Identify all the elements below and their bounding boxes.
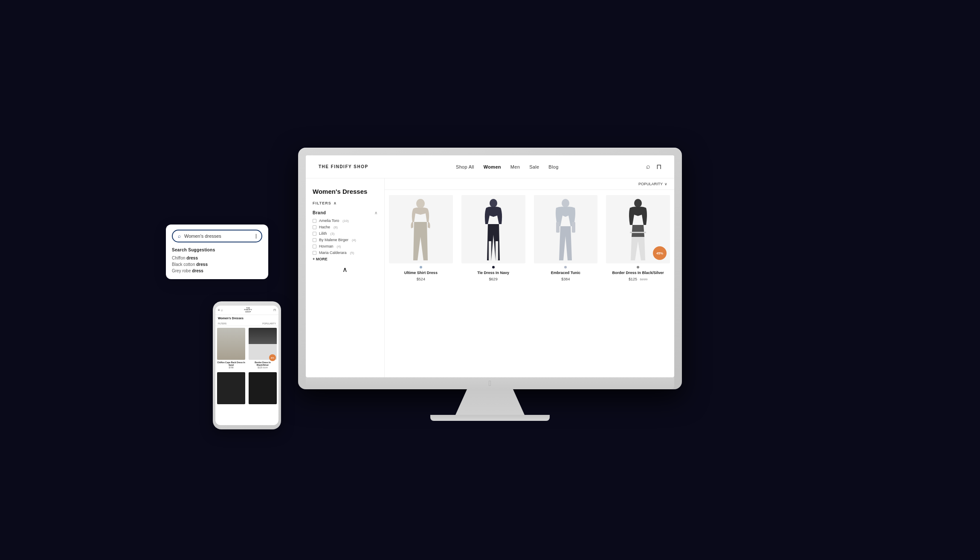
search-input-row[interactable]: ⌕ Women's dresses <box>172 230 262 242</box>
filter-label-hovman: Hovman <box>319 244 333 248</box>
product-card-1[interactable]: Ultime Shirt Dress $524 <box>385 190 457 286</box>
monitor-stand <box>452 389 528 415</box>
search-input[interactable]: Women's dresses <box>184 233 252 239</box>
monitor-screen: THE FINDIFY SHOP Shop All Women Men Sale… <box>306 155 674 377</box>
sort-dropdown[interactable]: POPULARITY ∨ <box>638 182 667 186</box>
product-2-name: Tie Dress In Navy <box>461 271 525 276</box>
filter-checkbox-hache[interactable] <box>313 225 316 229</box>
filter-checkbox-maria[interactable] <box>313 251 316 255</box>
svg-rect-5 <box>556 222 560 233</box>
phone-product-2[interactable]: 45% Border Dress In Black/Silver $125 $2… <box>247 326 278 370</box>
filter-checkbox-lilith[interactable] <box>313 232 316 236</box>
search-icon-header[interactable]: ⌕ <box>646 163 650 171</box>
phone-product-4[interactable] <box>247 370 278 407</box>
phone-menu-icon: ≡ ⌕ <box>218 308 223 312</box>
filter-label-malene: By Malene Birger <box>319 238 348 242</box>
product-3-name: Embraced Tunic <box>534 271 598 276</box>
main-content: POPULARITY ∨ <box>385 178 674 377</box>
phone-page-title: Women's Dresses <box>215 315 278 321</box>
filter-amelia-toro[interactable]: Amelia Toro (10) <box>313 219 377 223</box>
nav-women[interactable]: Women <box>484 164 501 169</box>
phone-sort-label[interactable]: POPULARITY <box>262 322 276 325</box>
nav-blog[interactable]: Blog <box>548 164 558 169</box>
phone-product-3-image <box>217 372 245 404</box>
filter-label-maria: Maria Calderara <box>319 251 347 255</box>
sort-chevron-icon: ∨ <box>664 182 667 186</box>
filter-checkbox-malene[interactable] <box>313 238 316 242</box>
filter-lilith[interactable]: Lilith (3) <box>313 231 377 236</box>
sale-badge-4: 45% <box>653 246 667 260</box>
product-4-original-price: $228 <box>640 277 648 281</box>
suggestion-black-cotton[interactable]: Black cotton dress <box>172 261 262 268</box>
suggestion-grey-robe[interactable]: Grey robe dress <box>172 268 262 274</box>
svg-rect-2 <box>489 241 491 260</box>
svg-rect-8 <box>630 232 646 233</box>
phone-product-1-name: Chiffon Cape Back Dress In Sand <box>217 361 245 366</box>
site-body: Women's Dresses FILTERS ∧ Brand ∧ <box>306 178 674 377</box>
product-4-name: Border Dress In Black/Silver <box>606 271 670 276</box>
product-card-4[interactable]: 45% Border Dress In Black/Silver $125 $2… <box>602 190 674 286</box>
product-card-2[interactable]: Tie Dress In Navy $629 <box>457 190 530 286</box>
filter-hovman[interactable]: Hovman (4) <box>313 244 377 248</box>
products-grid: Ultime Shirt Dress $524 <box>385 190 674 286</box>
product-card-3[interactable]: Embraced Tunic $384 <box>530 190 602 286</box>
phone-product-4-image <box>249 372 277 404</box>
phone-product-1-price: $788 <box>217 366 245 369</box>
filter-checkbox-hovman[interactable] <box>313 245 316 248</box>
product-4-price: $125 $228 <box>606 277 670 281</box>
phone-product-2-name: Border Dress In Black/Silver <box>249 361 277 366</box>
filter-count-hache: (8) <box>333 225 338 229</box>
site-logo: THE FINDIFY SHOP <box>319 164 368 169</box>
sidebar: Women's Dresses FILTERS ∧ Brand ∧ <box>306 178 385 377</box>
filters-up-icon: ∧ <box>333 201 337 205</box>
monitor-base <box>430 415 550 421</box>
filter-checkbox-amelia[interactable] <box>313 219 316 223</box>
cart-icon-header[interactable]: ⊓ <box>656 163 661 171</box>
filters-bar: FILTERS ∧ <box>313 201 377 205</box>
sidebar-collapse[interactable]: ∧ <box>313 265 377 274</box>
filter-count-lilith: (3) <box>331 232 335 236</box>
filter-label-lilith: Lilith <box>319 231 327 236</box>
filter-label-hache: Hache <box>319 225 330 229</box>
filter-label-amelia: Amelia Toro <box>319 219 339 223</box>
brand-title: Brand <box>313 210 326 215</box>
filter-count-malene: (4) <box>352 238 356 242</box>
brand-section-header: Brand ∧ <box>313 210 377 215</box>
filter-count-amelia: (10) <box>342 219 348 223</box>
phone-filters-label[interactable]: FILTERS <box>218 322 226 325</box>
monitor: THE FINDIFY SHOP Shop All Women Men Sale… <box>298 148 682 421</box>
page-title: Women's Dresses <box>313 184 377 201</box>
nav-shop-all[interactable]: Shop All <box>456 164 474 169</box>
suggestion-chiffon[interactable]: Chiffon dress <box>172 255 262 261</box>
filter-count-hovman: (4) <box>337 245 341 248</box>
phone-product-grid: Chiffon Cape Back Dress In Sand $788 45%… <box>215 326 278 407</box>
svg-point-4 <box>562 199 569 207</box>
filter-count-maria: (5) <box>350 251 354 255</box>
search-suggestions-title: Search Suggestions <box>172 248 262 252</box>
brand-filter-section: Brand ∧ Amelia Toro (10) Hache <box>313 210 377 261</box>
phone-product-2-price: $125 $228 <box>249 366 277 369</box>
sort-label: POPULARITY <box>638 182 663 186</box>
product-2-price: $629 <box>461 277 525 281</box>
phone-cart-icon: ⊓ <box>273 308 276 312</box>
product-image-4: 45% <box>606 195 670 263</box>
search-icon: ⌕ <box>178 233 181 239</box>
nav-men[interactable]: Men <box>510 164 520 169</box>
phone-product-1-image <box>217 328 245 360</box>
nav-sale[interactable]: Sale <box>529 164 539 169</box>
sort-bar: POPULARITY ∨ <box>385 178 674 190</box>
product-image-2 <box>461 195 525 263</box>
filters-label[interactable]: FILTERS <box>313 201 331 205</box>
phone-sort-bar: FILTERS POPULARITY <box>215 321 278 326</box>
filter-by-malene[interactable]: By Malene Birger (4) <box>313 238 377 242</box>
phone-product-1[interactable]: Chiffon Cape Back Dress In Sand $788 <box>215 326 247 370</box>
filter-more-button[interactable]: + MORE <box>313 257 377 261</box>
phone-product-3[interactable] <box>215 370 247 407</box>
monitor-chin:  <box>306 377 674 389</box>
filter-hache[interactable]: Hache (8) <box>313 225 377 229</box>
header-icons: ⌕ ⊓ <box>646 163 661 171</box>
brand-collapse-icon[interactable]: ∧ <box>374 210 377 215</box>
product-3-price: $384 <box>534 277 598 281</box>
search-overlay: ⌕ Women's dresses Search Suggestions Chi… <box>166 225 268 279</box>
filter-maria[interactable]: Maria Calderara (5) <box>313 251 377 255</box>
